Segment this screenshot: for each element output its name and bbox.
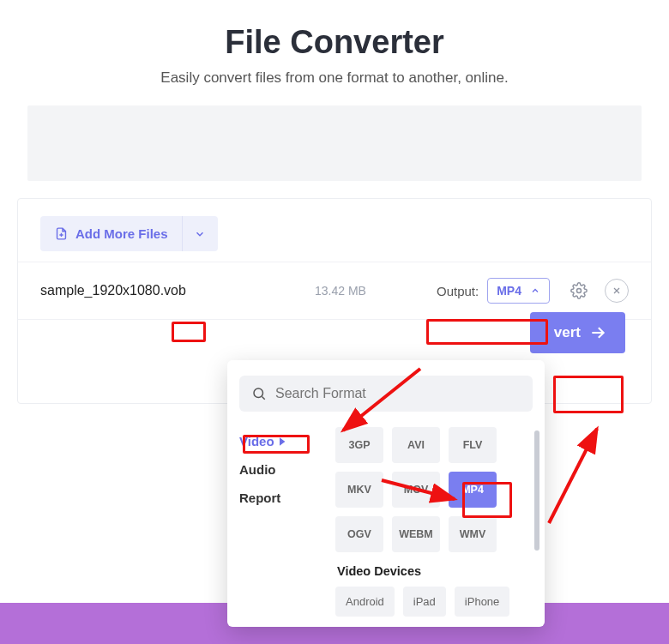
search-icon — [251, 386, 267, 401]
chevron-up-icon — [530, 286, 540, 296]
page-subtitle: Easily convert files from one format to … — [0, 69, 669, 87]
file-size: 13.42 MB — [280, 284, 437, 298]
convert-button[interactable]: vert — [530, 312, 625, 353]
format-search-input[interactable] — [275, 386, 521, 401]
category-label: Video — [239, 434, 274, 448]
format-wmv[interactable]: WMV — [449, 516, 497, 552]
add-file-icon — [54, 226, 69, 241]
page-title: File Converter — [0, 24, 669, 61]
output-format-select[interactable]: MP4 — [487, 278, 550, 304]
add-more-files-dropdown[interactable] — [182, 216, 218, 251]
toolbar: Add More Files — [18, 199, 651, 251]
remove-file-button[interactable] — [605, 279, 629, 303]
svg-marker-6 — [280, 437, 285, 446]
chevron-down-icon — [194, 228, 206, 240]
format-avi[interactable]: AVI — [392, 427, 440, 463]
video-devices-heading: Video Devices — [337, 564, 533, 578]
caret-right-icon — [280, 437, 286, 446]
format-mov[interactable]: MOV — [392, 472, 440, 508]
format-dropdown-panel: Video Audio Report 3GP AVI FLV MKV MOV M… — [227, 360, 545, 627]
svg-point-4 — [254, 388, 263, 398]
category-report[interactable]: Report — [239, 484, 325, 512]
file-name: sample_1920x1080.vob — [40, 283, 280, 298]
add-more-files-button[interactable]: Add More Files — [40, 216, 182, 251]
format-3gp[interactable]: 3GP — [335, 427, 383, 463]
devices-row: Android iPad iPhone — [335, 587, 533, 617]
add-more-files-label: Add More Files — [75, 226, 168, 241]
device-ipad[interactable]: iPad — [403, 587, 446, 617]
ad-or-banner-area — [27, 105, 642, 181]
format-flv[interactable]: FLV — [449, 427, 497, 463]
format-mp4[interactable]: MP4 — [449, 472, 497, 508]
output-label: Output: — [437, 284, 479, 298]
file-row: sample_1920x1080.vob 13.42 MB Output: MP… — [18, 262, 651, 320]
settings-button[interactable] — [567, 279, 591, 303]
format-mkv[interactable]: MKV — [335, 472, 383, 508]
format-search[interactable] — [239, 376, 533, 412]
device-iphone[interactable]: iPhone — [455, 587, 509, 617]
scrollbar[interactable] — [534, 430, 539, 551]
category-label: Report — [239, 491, 280, 505]
svg-point-0 — [577, 289, 582, 293]
gear-icon — [570, 282, 588, 299]
svg-line-9 — [549, 429, 597, 523]
output-format-value: MP4 — [497, 284, 521, 298]
format-grid: 3GP AVI FLV MKV MOV MP4 OGV WEBM WMV — [335, 427, 533, 552]
convert-button-label: vert — [554, 324, 581, 341]
format-webm[interactable]: WEBM — [392, 516, 440, 552]
arrow-right-icon — [589, 324, 606, 341]
category-list: Video Audio Report — [239, 427, 325, 512]
category-label: Audio — [239, 462, 276, 477]
category-audio[interactable]: Audio — [239, 455, 325, 484]
output-group: Output: MP4 — [437, 278, 629, 304]
svg-line-5 — [262, 396, 264, 399]
close-icon — [612, 286, 622, 296]
device-android[interactable]: Android — [335, 587, 395, 617]
format-ogv[interactable]: OGV — [335, 516, 383, 552]
category-video[interactable]: Video — [239, 427, 325, 455]
